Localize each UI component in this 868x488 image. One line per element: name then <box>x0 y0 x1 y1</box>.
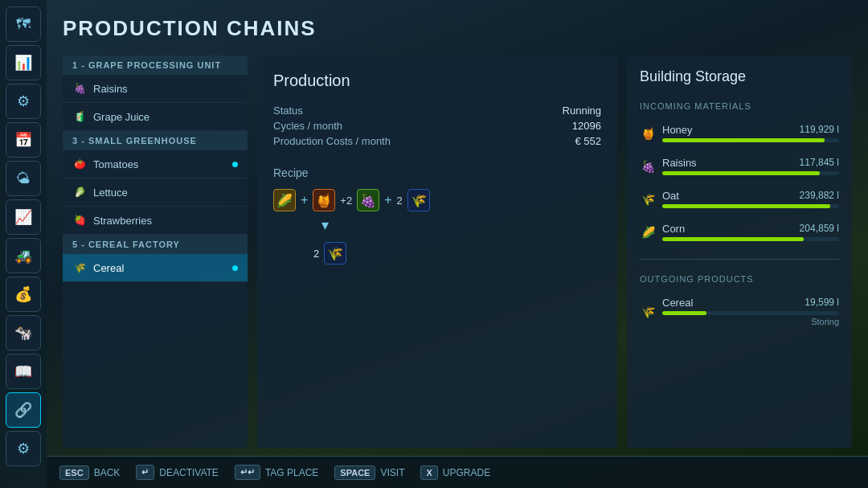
strawberries-label: Strawberries <box>93 215 152 227</box>
corn-name-row: Corn 204,859 l <box>662 223 839 235</box>
sidebar-item-chains[interactable]: 🔗 <box>6 392 41 428</box>
tag-badge: ↵↵ <box>235 465 260 480</box>
honey-bar-bg <box>662 138 839 142</box>
amount-2b: 2 <box>397 195 403 207</box>
chain-group-1: 1 - GRAPE PROCESSING UNIT <box>63 55 248 75</box>
corn-storage-icon: 🌽 <box>640 224 656 240</box>
cereal-label: Cereal <box>93 262 124 274</box>
sidebar-item-chart[interactable]: 📈 <box>6 199 41 235</box>
honey-recipe-icon: 🍯 <box>313 189 335 211</box>
output-amount: 2 <box>313 248 319 260</box>
recipe-item-corn: 🌽 <box>273 189 296 211</box>
outgoing-header: OUTGOING PRODUCTS <box>640 274 839 284</box>
corn-bar-fill <box>662 237 804 241</box>
sidebar-item-money[interactable]: 💰 <box>6 277 41 312</box>
storage-divider <box>640 259 839 260</box>
raisins-bar-fill <box>662 171 820 175</box>
sidebar-item-book[interactable]: 📖 <box>6 354 41 389</box>
storage-item-corn: 🌽 Corn 204,859 l <box>640 223 839 241</box>
cereal-bar-fill <box>662 311 706 315</box>
grape-juice-label: Grape Juice <box>93 111 149 123</box>
grape-juice-icon: 🧃 <box>72 109 87 124</box>
esc-label: BACK <box>94 467 121 478</box>
storage-item-raisins: 🍇 Raisins 117,845 l <box>640 157 839 175</box>
chain-item-tomatoes[interactable]: 🍅 Tomatoes <box>63 150 248 178</box>
tomatoes-label: Tomatoes <box>93 158 138 170</box>
cereal-storage-icon: 🌾 <box>640 304 656 320</box>
strawberries-icon: 🍓 <box>72 213 87 228</box>
oat-recipe-icon: 🌾 <box>407 189 430 211</box>
sidebar-item-calendar[interactable]: 📅 <box>6 122 41 158</box>
hotkey-esc: ESC BACK <box>59 465 120 480</box>
costs-value: € 552 <box>575 135 601 147</box>
visit-badge: SPACE <box>334 465 375 480</box>
corn-amount: 204,859 l <box>800 223 839 235</box>
recipe-item-oat: 🌾 <box>407 189 430 211</box>
recipe-section: Recipe 🌽 + 🍯 +2 🍇 + 2 � <box>273 166 601 265</box>
raisins-amount: 117,845 l <box>800 157 839 169</box>
costs-label: Production Costs / month <box>273 135 391 147</box>
recipe-label: Recipe <box>273 166 601 179</box>
raisins-icon: 🍇 <box>72 81 87 96</box>
tag-label: TAG PLACE <box>265 467 318 478</box>
chain-item-cereal[interactable]: 🌾 Cereal <box>63 254 248 282</box>
oat-info: Oat 239,882 l <box>662 190 839 208</box>
storage-title: Building Storage <box>640 68 839 85</box>
tomatoes-icon: 🍅 <box>72 157 87 171</box>
stat-cycles: Cycles / month 12096 <box>273 120 601 132</box>
cereal-storage-name: Cereal <box>662 297 693 309</box>
honey-name: Honey <box>662 124 693 136</box>
incoming-header: INCOMING MATERIALS <box>640 101 839 111</box>
cereal-info: Cereal 19,599 l Storing <box>662 297 839 326</box>
sidebar-item-stats[interactable]: 📊 <box>6 45 41 80</box>
sidebar-item-map[interactable]: 🗺 <box>6 6 41 42</box>
lettuce-label: Lettuce <box>93 187 128 199</box>
sidebar: 🗺 📊 ⚙ 📅 🌤 📈 🚜 💰 🐄 📖 🔗 ⚙ <box>0 0 47 488</box>
sidebar-item-settings[interactable]: ⚙ <box>6 431 41 466</box>
bottom-bar: ESC BACK ↵ DEACTIVATE ↵↵ TAG PLACE SPACE… <box>47 456 868 488</box>
upgrade-label: UPGRADE <box>443 467 490 478</box>
storage-item-cereal: 🌾 Cereal 19,599 l Storing <box>640 297 839 326</box>
honey-amount: 119,929 l <box>800 124 839 136</box>
cereal-name-row: Cereal 19,599 l <box>662 297 839 309</box>
corn-recipe-icon: 🌽 <box>273 189 296 211</box>
plus-2: + <box>384 193 391 207</box>
oat-bar-fill <box>662 204 830 208</box>
main-content: PRODUCTION CHAINS 1 - GRAPE PROCESSING U… <box>47 0 868 456</box>
recipe-output: 2 🌾 <box>273 242 601 265</box>
lettuce-icon: 🥬 <box>72 185 87 199</box>
cycles-value: 12096 <box>572 120 601 132</box>
honey-info: Honey 119,929 l <box>662 124 839 142</box>
chain-item-raisins[interactable]: 🍇 Raisins <box>63 75 248 103</box>
hotkey-deactivate: ↵ DEACTIVATE <box>136 465 219 480</box>
production-panel: Production Status Running Cycles / month… <box>257 55 617 448</box>
sidebar-item-animals[interactable]: 🐄 <box>6 315 41 351</box>
recipe-row: 🌽 + 🍯 +2 🍇 + 2 🌾 <box>273 189 601 211</box>
deactivate-label: DEACTIVATE <box>159 467 219 478</box>
hotkey-visit: SPACE VISIT <box>334 465 404 480</box>
oat-bar-bg <box>662 204 839 208</box>
sidebar-item-tractor[interactable]: 🚜 <box>6 238 41 273</box>
hotkey-tag: ↵↵ TAG PLACE <box>235 465 318 480</box>
deactivate-badge: ↵ <box>136 465 154 480</box>
raisins-bar-bg <box>662 171 839 175</box>
recipe-item-raisins: 🍇 <box>357 189 379 211</box>
chain-item-strawberries[interactable]: 🍓 Strawberries <box>63 207 248 235</box>
raisins-storage-name: Raisins <box>662 157 697 169</box>
sidebar-item-production[interactable]: ⚙ <box>6 84 41 119</box>
arrow-down-icon: ▾ <box>321 216 601 234</box>
plus-1: + <box>301 193 308 207</box>
oat-amount: 239,882 l <box>800 190 839 202</box>
honey-bar-fill <box>662 138 825 142</box>
sidebar-item-weather[interactable]: 🌤 <box>6 161 41 196</box>
storage-item-honey: 🍯 Honey 119,929 l <box>640 124 839 142</box>
storage-panel: Building Storage INCOMING MATERIALS 🍯 Ho… <box>627 55 852 448</box>
amount-2: +2 <box>340 195 352 207</box>
raisins-label: Raisins <box>93 83 128 95</box>
raisins-info: Raisins 117,845 l <box>662 157 839 175</box>
production-stats: Status Running Cycles / month 12096 Prod… <box>273 105 601 147</box>
chain-item-grape-juice[interactable]: 🧃 Grape Juice <box>63 103 248 131</box>
chain-item-lettuce[interactable]: 🥬 Lettuce <box>63 178 248 207</box>
cycles-label: Cycles / month <box>273 120 342 132</box>
chain-group-3: 3 - SMALL GREENHOUSE <box>63 131 248 150</box>
